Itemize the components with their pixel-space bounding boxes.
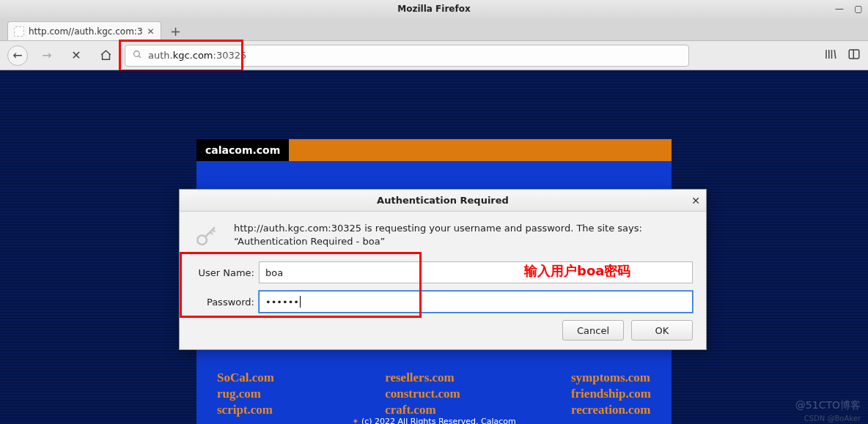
navigation-toolbar: ← → ✕ auth.kgc.com:30325 [0, 41, 868, 70]
domain-link[interactable]: symptoms.com [571, 371, 651, 385]
search-icon [133, 50, 142, 62]
home-button[interactable] [95, 45, 116, 66]
dialog-message-row: http://auth.kgc.com:30325 is requesting … [193, 222, 693, 251]
domain-link[interactable]: construct.com [385, 387, 460, 401]
key-icon [193, 222, 221, 251]
forward-button[interactable]: → [37, 45, 57, 66]
url-text: auth.kgc.com:30325 [148, 50, 246, 61]
tab-favicon [14, 26, 24, 37]
dialog-titlebar: Authentication Required ✕ [180, 190, 706, 212]
stop-button[interactable]: ✕ [66, 45, 87, 66]
username-label: User Name: [193, 267, 259, 278]
svg-line-5 [834, 50, 836, 59]
svg-point-0 [134, 51, 140, 56]
tab-strip: http.com//auth.kgc.com:3 ✕ + [0, 18, 868, 41]
watermark-csdn: CSDN @BoAker [804, 414, 861, 423]
library-icon[interactable] [824, 48, 837, 64]
sidebar-icon[interactable] [847, 48, 861, 64]
password-label: Password: [193, 297, 259, 308]
maximize-button[interactable]: ▢ [853, 4, 864, 14]
dialog-close-icon[interactable]: ✕ [691, 195, 700, 207]
domain-link[interactable]: rug.com [217, 387, 274, 401]
tab-label: http.com//auth.kgc.com:3 [29, 26, 143, 37]
browser-tab[interactable]: http.com//auth.kgc.com:3 ✕ [7, 21, 161, 40]
page-header-bar: calacom.com [196, 139, 672, 161]
password-input[interactable]: •••••• [259, 291, 693, 313]
url-bar[interactable]: auth.kgc.com:30325 [125, 45, 689, 67]
page-brand: calacom.com [196, 139, 289, 161]
dialog-buttons: Cancel OK [193, 320, 693, 341]
minimize-button[interactable]: — [834, 4, 845, 14]
domain-link[interactable]: SoCal.com [217, 371, 274, 385]
dialog-title: Authentication Required [377, 195, 509, 206]
domain-col-1: SoCal.com rug.com script.com [217, 371, 274, 417]
window-buttons: — ▢ [834, 4, 864, 14]
annotation-text: 输入用户boa密码 [524, 262, 630, 280]
svg-point-8 [197, 235, 207, 245]
password-row: Password: •••••• [193, 291, 693, 313]
toolbar-right [824, 48, 861, 64]
cancel-button[interactable]: Cancel [562, 320, 624, 341]
back-button[interactable]: ← [7, 45, 28, 66]
urlbar-container: auth.kgc.com:30325 [125, 45, 689, 67]
page-footer: (c) 2022 All Rights Reserved. Calacom [352, 417, 516, 424]
window-title: Mozilla Firefox [397, 4, 470, 14]
domain-col-3: symptoms.com friendship.com recreation.c… [571, 371, 651, 417]
domain-columns: SoCal.com rug.com script.com resellers.c… [217, 371, 651, 417]
window-titlebar: Mozilla Firefox — ▢ [0, 0, 868, 18]
new-tab-button[interactable]: + [166, 21, 186, 40]
ok-button[interactable]: OK [631, 320, 693, 341]
watermark-51cto: @51CTO博客 [795, 399, 861, 412]
domain-link[interactable]: recreation.com [571, 403, 651, 417]
dialog-message: http://auth.kgc.com:30325 is requesting … [234, 222, 693, 251]
dialog-body: http://auth.kgc.com:30325 is requesting … [180, 212, 706, 349]
domain-link[interactable]: friendship.com [571, 387, 651, 401]
svg-line-1 [139, 56, 141, 58]
domain-link[interactable]: resellers.com [385, 371, 460, 385]
domain-col-2: resellers.com construct.com craft.com [385, 371, 460, 417]
domain-link[interactable]: script.com [217, 403, 274, 417]
domain-link[interactable]: craft.com [385, 403, 460, 417]
tab-close-icon[interactable]: ✕ [147, 26, 155, 37]
